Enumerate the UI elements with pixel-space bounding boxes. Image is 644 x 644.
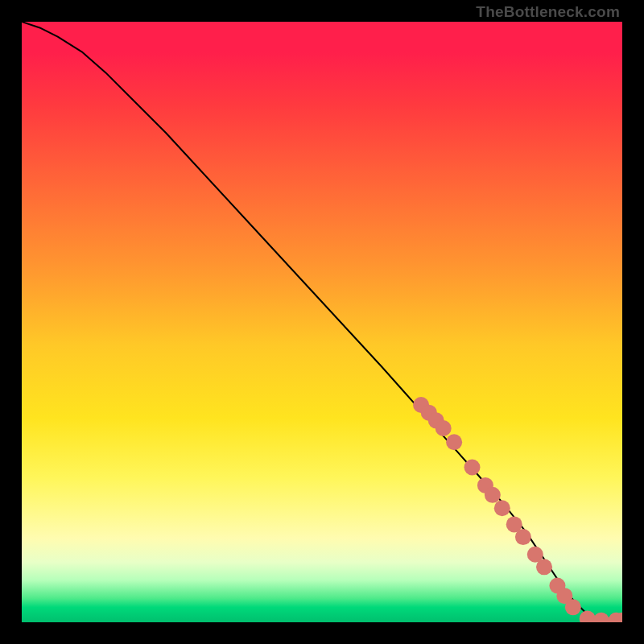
chart-stage: TheBottleneck.com [0, 0, 644, 644]
marker-dot [446, 434, 462, 450]
marker-dot [515, 529, 531, 545]
marker-dots [413, 397, 622, 622]
marker-dot [580, 611, 596, 622]
marker-dot [593, 613, 609, 622]
chart-overlay [22, 22, 622, 622]
curve-line [22, 22, 622, 621]
marker-dot [494, 500, 510, 516]
marker-dot [464, 460, 481, 476]
watermark-text: TheBottleneck.com [476, 3, 620, 21]
marker-dot [436, 420, 452, 436]
marker-dot [485, 487, 501, 503]
marker-dot [565, 599, 581, 615]
plot-area [22, 22, 622, 622]
curve-path [22, 22, 622, 621]
marker-dot [536, 559, 552, 575]
